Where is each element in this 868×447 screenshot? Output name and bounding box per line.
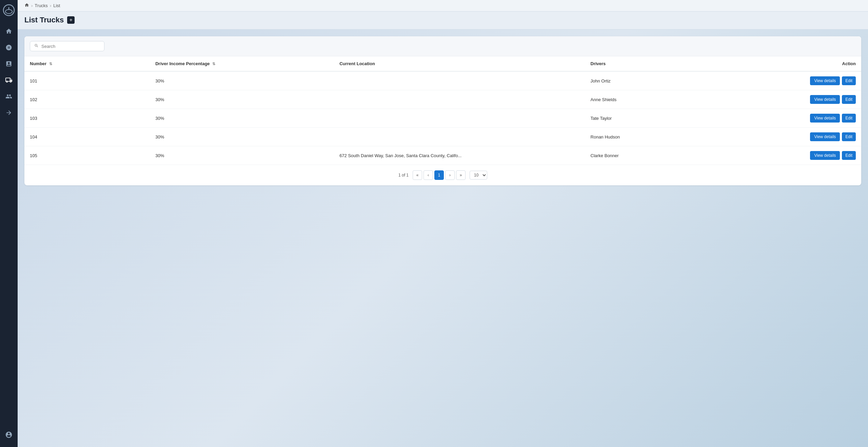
cell-drivers: Clarke Bonner [585, 146, 736, 165]
edit-button[interactable]: Edit [842, 95, 856, 104]
col-header-number: Number ⇅ [24, 56, 150, 71]
breadcrumb-sep-1: › [31, 3, 33, 8]
view-details-button[interactable]: View details [810, 151, 840, 160]
add-truck-button[interactable]: + [67, 16, 75, 24]
cell-location [334, 128, 585, 146]
main-content: › Trucks › List List Trucks + [18, 0, 868, 447]
cell-action: View details Edit [736, 109, 861, 128]
col-header-drivers: Drivers [585, 56, 736, 71]
cell-drivers: Tate Taylor [585, 109, 736, 128]
view-details-button[interactable]: View details [810, 132, 840, 141]
cell-number: 103 [24, 109, 150, 128]
app-logo [3, 4, 15, 16]
page-prev-button[interactable]: ‹ [423, 170, 433, 180]
table-row: 102 30% Anne Shields View details Edit [24, 90, 861, 109]
sidebar-item-home[interactable] [2, 24, 16, 38]
search-bar [24, 36, 861, 56]
sidebar-item-profile[interactable] [2, 428, 16, 442]
cell-drivers: John Ortiz [585, 71, 736, 90]
edit-button[interactable]: Edit [842, 114, 856, 123]
search-input[interactable] [41, 44, 100, 49]
search-icon [34, 43, 39, 49]
cell-action: View details Edit [736, 128, 861, 146]
trucks-table: Number ⇅ Driver Income Percentage ⇅ Curr… [24, 56, 861, 165]
page-1-button[interactable]: 1 [434, 170, 444, 180]
sort-icon-income[interactable]: ⇅ [212, 62, 215, 66]
cell-income: 30% [150, 128, 334, 146]
breadcrumb-sep-2: › [50, 3, 51, 8]
page-title: List Trucks [24, 16, 64, 24]
cell-location: 672 South Daniel Way, San Jose, Santa Cl… [334, 146, 585, 165]
cell-drivers: Ronan Hudson [585, 128, 736, 146]
edit-button[interactable]: Edit [842, 151, 856, 160]
page-last-button[interactable]: » [456, 170, 466, 180]
cell-location [334, 90, 585, 109]
cell-income: 30% [150, 109, 334, 128]
table-row: 104 30% Ronan Hudson View details Edit [24, 128, 861, 146]
cell-location [334, 71, 585, 90]
col-header-income: Driver Income Percentage ⇅ [150, 56, 334, 71]
cell-income: 30% [150, 146, 334, 165]
cell-income: 30% [150, 71, 334, 90]
table-row: 105 30% 672 South Daniel Way, San Jose, … [24, 146, 861, 165]
page-first-button[interactable]: « [413, 170, 422, 180]
cell-location [334, 109, 585, 128]
search-input-wrap [30, 41, 104, 51]
cell-number: 102 [24, 90, 150, 109]
table-row: 101 30% John Ortiz View details Edit [24, 71, 861, 90]
breadcrumb-list: List [53, 3, 60, 8]
sidebar [0, 0, 18, 447]
edit-button[interactable]: Edit [842, 132, 856, 141]
view-details-button[interactable]: View details [810, 114, 840, 123]
breadcrumb-trucks: Trucks [35, 3, 48, 8]
breadcrumb: › Trucks › List [18, 0, 868, 12]
content-area: Number ⇅ Driver Income Percentage ⇅ Curr… [18, 30, 868, 447]
cell-action: View details Edit [736, 71, 861, 90]
cell-income: 30% [150, 90, 334, 109]
breadcrumb-home-icon [24, 3, 29, 8]
svg-point-1 [5, 10, 12, 14]
cell-drivers: Anne Shields [585, 90, 736, 109]
trucks-table-card: Number ⇅ Driver Income Percentage ⇅ Curr… [24, 36, 861, 185]
edit-button[interactable]: Edit [842, 76, 856, 85]
col-header-location: Current Location [334, 56, 585, 71]
sidebar-item-reports[interactable] [2, 57, 16, 71]
sidebar-item-forward[interactable] [2, 106, 16, 119]
table-row: 103 30% Tate Taylor View details Edit [24, 109, 861, 128]
table-header-row: Number ⇅ Driver Income Percentage ⇅ Curr… [24, 56, 861, 71]
cell-number: 104 [24, 128, 150, 146]
view-details-button[interactable]: View details [810, 95, 840, 104]
page-size-select[interactable]: 102050 [470, 171, 487, 180]
page-info: 1 of 1 [398, 173, 409, 178]
page-next-button[interactable]: › [445, 170, 455, 180]
sort-icon-number[interactable]: ⇅ [49, 62, 52, 66]
cell-number: 105 [24, 146, 150, 165]
pagination: 1 of 1 « ‹ 1 › » 102050 [24, 165, 861, 185]
sidebar-item-dashboard[interactable] [2, 41, 16, 54]
sidebar-item-users[interactable] [2, 90, 16, 103]
view-details-button[interactable]: View details [810, 76, 840, 85]
sidebar-item-trucks[interactable] [2, 73, 16, 87]
svg-point-0 [3, 5, 14, 16]
page-header: List Trucks + [18, 12, 868, 30]
cell-action: View details Edit [736, 146, 861, 165]
cell-number: 101 [24, 71, 150, 90]
cell-action: View details Edit [736, 90, 861, 109]
col-header-action: Action [736, 56, 861, 71]
